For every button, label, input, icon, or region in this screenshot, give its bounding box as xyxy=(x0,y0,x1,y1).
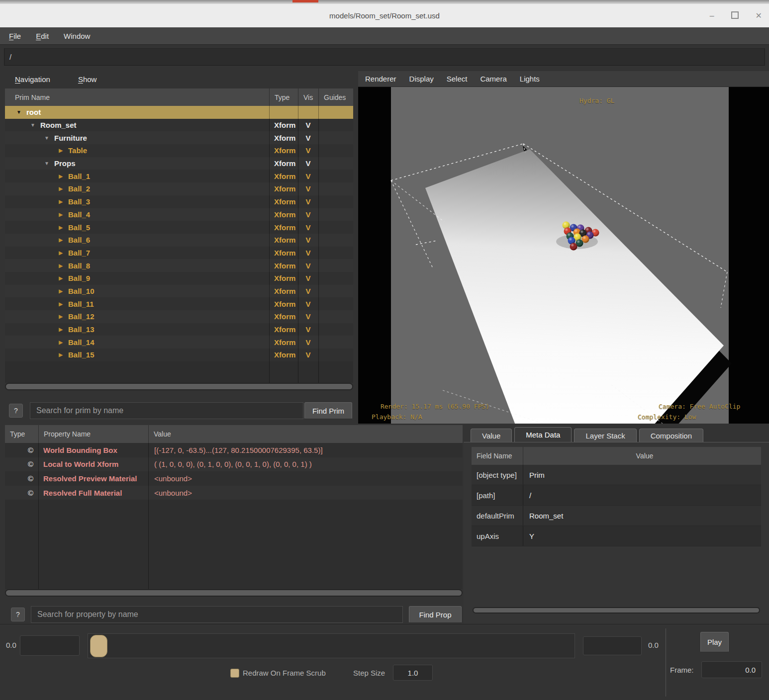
prim-visibility[interactable]: V xyxy=(298,134,318,142)
metadata-row[interactable]: [path]/ xyxy=(472,485,761,506)
viewport-menu-select[interactable]: Select xyxy=(447,75,468,83)
expand-arrow-icon[interactable]: ▶ xyxy=(57,352,64,357)
expand-arrow-icon[interactable]: ▶ xyxy=(57,212,64,217)
metadata-horizontal-scrollbar[interactable] xyxy=(473,607,760,613)
prim-search-help-button[interactable]: ? xyxy=(9,404,23,418)
tree-row-table[interactable]: ▶TableXformV xyxy=(5,144,353,157)
expand-arrow-icon[interactable]: ▶ xyxy=(57,174,64,179)
tree-horizontal-scrollbar[interactable] xyxy=(5,383,353,390)
menu-edit[interactable]: Edit xyxy=(36,32,49,40)
tree-row-ball_13[interactable]: ▶Ball_13XformV xyxy=(5,323,353,336)
property-horizontal-scrollbar[interactable] xyxy=(5,589,463,597)
menu-window[interactable]: Window xyxy=(64,32,90,40)
prim-visibility[interactable]: V xyxy=(298,197,318,206)
tree-menu-show[interactable]: Show xyxy=(78,75,97,84)
frame-input[interactable]: 0.0 xyxy=(701,661,762,678)
tree-row-ball_8[interactable]: ▶Ball_8XformV xyxy=(5,259,353,272)
expand-arrow-icon[interactable]: ▶ xyxy=(57,275,64,281)
tree-row-root[interactable]: ▼root xyxy=(5,106,353,119)
tree-row-ball_14[interactable]: ▶Ball_14XformV xyxy=(5,336,353,349)
collapse-arrow-icon[interactable]: ▼ xyxy=(43,135,50,141)
tree-row-ball_3[interactable]: ▶Ball_3XformV xyxy=(5,195,353,208)
tree-row-ball_5[interactable]: ▶Ball_5XformV xyxy=(5,221,353,234)
collapse-arrow-icon[interactable]: ▼ xyxy=(43,161,50,166)
prim-visibility[interactable]: V xyxy=(298,325,318,334)
prim-visibility[interactable]: V xyxy=(298,159,318,168)
find-prop-button[interactable]: Find Prop xyxy=(409,606,462,623)
tab-value[interactable]: Value xyxy=(471,429,512,442)
property-row[interactable]: ©Resolved Full Material<unbound> xyxy=(5,486,463,500)
step-size-input[interactable]: 1.0 xyxy=(393,665,433,681)
prim-visibility[interactable]: V xyxy=(298,312,318,321)
viewport-menu-lights[interactable]: Lights xyxy=(520,75,540,83)
tab-composition[interactable]: Composition xyxy=(639,429,703,442)
metadata-row[interactable]: defaultPrimRoom_set xyxy=(472,506,761,526)
tree-row-ball_11[interactable]: ▶Ball_11XformV xyxy=(5,297,353,310)
tab-layer-stack[interactable]: Layer Stack xyxy=(574,429,636,442)
prim-visibility[interactable]: V xyxy=(298,262,318,270)
prim-visibility[interactable]: V xyxy=(298,236,318,244)
play-button[interactable]: Play xyxy=(700,632,729,652)
prim-visibility[interactable]: V xyxy=(298,184,318,193)
metadata-row[interactable]: upAxisY xyxy=(472,526,761,546)
property-search-input[interactable]: Search for property by name xyxy=(31,606,403,623)
find-prim-button[interactable]: Find Prim xyxy=(304,402,352,419)
prim-visibility[interactable]: V xyxy=(298,274,318,282)
tab-meta-data[interactable]: Meta Data xyxy=(514,427,572,442)
menu-file[interactable]: File xyxy=(9,32,21,40)
tree-row-room_set[interactable]: ▼Room_setXformV xyxy=(5,119,353,132)
prim-search-input[interactable]: Search for prim by name xyxy=(30,402,303,419)
prim-visibility[interactable]: V xyxy=(298,223,318,232)
maximize-icon[interactable] xyxy=(731,11,739,20)
expand-arrow-icon[interactable]: ▶ xyxy=(57,288,64,294)
tree-row-ball_9[interactable]: ▶Ball_9XformV xyxy=(5,272,353,285)
tree-row-ball_15[interactable]: ▶Ball_15XformV xyxy=(5,349,353,361)
expand-arrow-icon[interactable]: ▶ xyxy=(57,225,64,230)
redraw-checkbox[interactable] xyxy=(230,669,239,678)
tree-menu-navigation[interactable]: Navigation xyxy=(15,75,50,84)
viewport-menu-display[interactable]: Display xyxy=(409,75,434,83)
viewport-menu-camera[interactable]: Camera xyxy=(480,75,506,83)
tree-row-ball_2[interactable]: ▶Ball_2XformV xyxy=(5,182,353,195)
prim-visibility[interactable]: V xyxy=(298,210,318,219)
minimize-icon[interactable]: – xyxy=(710,12,714,20)
expand-arrow-icon[interactable]: ▶ xyxy=(57,237,64,243)
expand-arrow-icon[interactable]: ▶ xyxy=(57,199,64,204)
collapse-arrow-icon[interactable]: ▼ xyxy=(15,109,22,115)
titlebar[interactable]: models/Room_set/Room_set.usd – ✕ xyxy=(0,4,769,28)
timeline-end-input[interactable] xyxy=(583,636,642,655)
prim-visibility[interactable]: V xyxy=(298,287,318,295)
expand-arrow-icon[interactable]: ▶ xyxy=(57,186,64,191)
timeline-start-input[interactable] xyxy=(20,635,80,656)
close-icon[interactable]: ✕ xyxy=(756,12,762,20)
tree-row-furniture[interactable]: ▼FurnitureXformV xyxy=(5,131,353,144)
expand-arrow-icon[interactable]: ▶ xyxy=(57,301,64,307)
prim-visibility[interactable]: V xyxy=(298,121,318,129)
frame-slider[interactable] xyxy=(88,633,575,658)
tree-row-ball_10[interactable]: ▶Ball_10XformV xyxy=(5,285,353,298)
property-search-help-button[interactable]: ? xyxy=(11,608,25,621)
property-row[interactable]: ©Resolved Preview Material<unbound> xyxy=(5,471,463,486)
expand-arrow-icon[interactable]: ▶ xyxy=(57,327,64,332)
tree-row-ball_4[interactable]: ▶Ball_4XformV xyxy=(5,208,353,221)
expand-arrow-icon[interactable]: ▶ xyxy=(57,314,64,319)
prim-visibility[interactable]: V xyxy=(298,146,318,155)
prim-path-input[interactable]: / xyxy=(4,48,765,66)
prim-visibility[interactable]: V xyxy=(298,300,318,308)
property-row[interactable]: ©World Bounding Box[(-127, 0, -63.5)...(… xyxy=(5,443,463,457)
expand-arrow-icon[interactable]: ▶ xyxy=(57,148,64,153)
expand-arrow-icon[interactable]: ▶ xyxy=(57,340,64,345)
frame-slider-handle[interactable] xyxy=(90,635,107,657)
collapse-arrow-icon[interactable]: ▼ xyxy=(29,122,36,128)
viewport-3d[interactable]: Hydra: GL Render: 15.17 ms (65.90 FPS) P… xyxy=(358,87,769,424)
property-row[interactable]: ©Local to World Xform( (1, 0, 0, 0), (0,… xyxy=(5,457,463,472)
tree-row-ball_7[interactable]: ▶Ball_7XformV xyxy=(5,247,353,260)
expand-arrow-icon[interactable]: ▶ xyxy=(57,250,64,256)
tree-row-ball_6[interactable]: ▶Ball_6XformV xyxy=(5,234,353,247)
prim-visibility[interactable]: V xyxy=(298,350,318,359)
expand-arrow-icon[interactable]: ▶ xyxy=(57,263,64,268)
viewport-menu-renderer[interactable]: Renderer xyxy=(365,75,396,83)
prim-visibility[interactable]: V xyxy=(298,338,318,347)
tree-row-props[interactable]: ▼PropsXformV xyxy=(5,157,353,170)
prim-visibility[interactable]: V xyxy=(298,249,318,257)
